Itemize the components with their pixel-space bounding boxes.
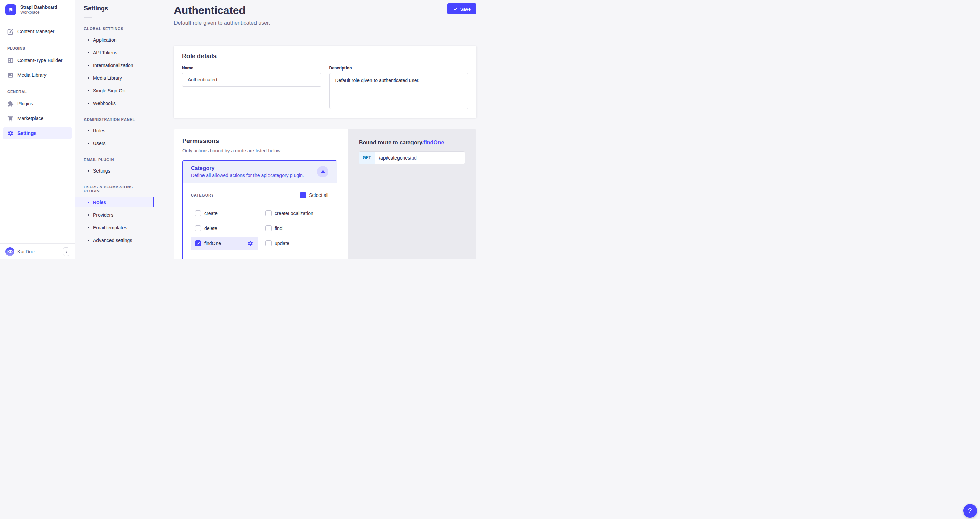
plugins-icon [7,100,14,107]
app-root: Strapi Dashboard Workplace Content Manag… [0,0,490,260]
route-box: GET /api/categories/:id [359,151,465,164]
settings-nav-label: Application [93,37,117,43]
settings-nav-item-internationalization[interactable]: Internationalization [75,60,154,70]
findOne-settings-button[interactable] [247,240,254,247]
settings-nav-item-admin-roles[interactable]: Roles [75,126,154,136]
section-global-settings: GLOBAL SETTINGS [84,27,145,31]
route-path-param: /:id [410,155,417,161]
findOne-checkbox[interactable] [195,240,201,246]
find-checkbox[interactable] [266,225,272,232]
permission-label: create [204,211,218,216]
create-checkbox[interactable] [195,210,201,216]
bullet-icon [88,202,89,203]
settings-nav-label: Advanced settings [93,238,132,243]
permission-delete: delete [191,222,258,235]
settings-nav-item-api-tokens[interactable]: API Tokens [75,48,154,58]
bullet-icon [88,103,89,104]
select-all-label: Select all [309,192,328,198]
sidebar-item-label: Content Manager [18,29,54,34]
sidebar-item-marketplace[interactable]: Marketplace [3,112,72,125]
main-sidebar: Strapi Dashboard Workplace Content Manag… [0,0,75,260]
save-button[interactable]: Save [447,3,476,14]
permission-create: create [191,206,258,220]
update-checkbox[interactable] [266,240,272,246]
sidebar-item-settings[interactable]: Settings [3,127,72,139]
permissions-grid: create createLocalization delete [191,206,328,250]
bullet-icon [88,52,89,53]
media-library-icon [7,72,14,78]
category-accordion-body: CATEGORY Select all create [183,183,337,260]
sidebar-item-content-type-builder[interactable]: Content-Type Builder [3,54,72,66]
settings-nav-item-admin-users[interactable]: Users [75,138,154,149]
settings-nav-label: Roles [93,200,106,205]
bound-route-panel: Bound route to category.findOne GET /api… [348,129,476,260]
settings-nav-item-single-sign-on[interactable]: Single Sign-On [75,86,154,96]
bullet-icon [88,39,89,41]
settings-nav-label: API Tokens [93,50,117,56]
settings-nav-label: Media Library [93,75,122,81]
user-name: Kai Doe [18,249,60,254]
permission-label: find [275,225,283,231]
select-all-checkbox[interactable] [300,192,306,198]
permission-find: find [261,222,328,235]
description-textarea[interactable]: Default role given to authenticated user… [329,73,469,109]
http-method-badge: GET [359,152,375,164]
description-label: Description [329,66,469,70]
settings-nav-label: Providers [93,212,113,218]
createLocalization-checkbox[interactable] [266,210,272,216]
sidebar-item-plugins[interactable]: Plugins [3,97,72,110]
bullet-icon [88,214,89,216]
settings-nav-item-providers[interactable]: Providers [75,210,154,220]
settings-nav-item-email-templates[interactable]: Email templates [75,222,154,233]
page-subtitle: Default role given to authenticated user… [174,20,270,26]
settings-nav-item-webhooks[interactable]: Webhooks [75,98,154,109]
sidebar-item-label: Marketplace [18,116,43,121]
settings-nav-item-advanced-settings[interactable]: Advanced settings [75,235,154,246]
page-title: Authenticated [174,4,270,17]
role-details-form: Name Description Default role given to a… [182,66,468,110]
settings-nav-divider [84,18,92,18]
bound-route-title-prefix: Bound route to category [359,140,422,145]
route-path: /api/categories/:id [375,152,421,164]
category-accordion-header[interactable]: Category Define all allowed actions for … [183,161,337,183]
permission-findOne: findOne [191,236,258,250]
settings-icon [7,130,14,137]
bullet-icon [88,130,89,131]
settings-nav-item-media-library[interactable]: Media Library [75,73,154,83]
section-administration-panel: ADMINISTRATION PANEL [84,117,145,121]
brand-workspace: Workplace [20,10,57,15]
check-icon [453,7,458,11]
name-input[interactable] [182,73,321,86]
bullet-icon [88,227,89,228]
bound-route-title-method: .findOne [422,140,444,145]
bullet-icon [88,240,89,241]
name-field-group: Name [182,66,321,110]
permission-update: update [261,236,328,250]
sidebar-footer: KD Kai Doe [0,243,75,260]
settings-nav-label: Users [93,141,106,146]
settings-nav-item-application[interactable]: Application [75,35,154,45]
permissions-section: Permissions Only actions bound by a rout… [174,129,476,260]
category-group-row: CATEGORY Select all [191,192,328,198]
section-email-plugin: EMAIL PLUGIN [84,158,145,161]
bound-route-title: Bound route to category.findOne [359,140,465,146]
sidebar-item-label: Content-Type Builder [18,57,63,63]
collapse-accordion-button[interactable] [317,166,328,177]
workspace-switcher[interactable]: Strapi Dashboard Workplace [0,0,75,21]
settings-nav-label: Settings [93,168,110,174]
avatar[interactable]: KD [5,247,14,256]
delete-checkbox[interactable] [195,225,201,232]
collapse-sidebar-button[interactable] [63,247,70,256]
sidebar-item-content-manager[interactable]: Content Manager [3,26,72,38]
category-accordion-text: Category Define all allowed actions for … [191,165,304,178]
settings-nav-label: Webhooks [93,101,116,106]
sidebar-item-label: Settings [18,131,36,136]
permissions-card: Permissions Only actions bound by a rout… [174,129,348,260]
select-all-control[interactable]: Select all [300,192,328,198]
sidebar-item-media-library[interactable]: Media Library [3,69,72,81]
settings-nav-item-email-settings[interactable]: Settings [75,166,154,176]
route-path-base: /api/categories [379,155,410,161]
settings-nav-item-up-roles[interactable]: Roles [75,197,154,208]
content-type-builder-icon [7,57,14,64]
content-manager-icon [7,28,14,35]
